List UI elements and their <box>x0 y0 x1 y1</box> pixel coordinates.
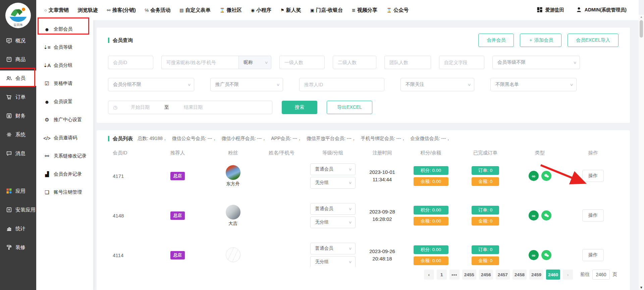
orders-cell: 订单: 0金额: 0 <box>459 245 512 265</box>
member-level-select[interactable]: 会员等级不限∨ <box>492 56 580 69</box>
folder-check-icon: ☑ <box>43 81 51 87</box>
search-button[interactable]: 搜索 <box>282 101 317 114</box>
orders-badge: 订单: 0 <box>472 245 499 254</box>
pagination: ‹ 1 ••• 2455 2456 2457 2458 2459 2460 › … <box>108 270 619 280</box>
nav-official-account[interactable]: ⌛公众号 <box>386 7 409 13</box>
excel-import-button[interactable]: 会员EXCEL导入 <box>568 34 619 47</box>
submenu-item-all-members[interactable]: ☻全部会员 <box>36 20 93 38</box>
action-button[interactable]: 操作 <box>582 209 604 222</box>
export-excel-button[interactable]: 导出EXCEL <box>327 101 372 114</box>
level-select[interactable]: 普通会员∨ <box>310 243 356 254</box>
page-ellipsis[interactable]: ••• <box>449 270 460 280</box>
action-button[interactable]: 操作 <box>582 249 604 261</box>
orders-badge: 订单: 0 <box>472 206 499 214</box>
group-select[interactable]: 无分组∨ <box>310 256 356 267</box>
page-button-2458[interactable]: 2458 <box>513 270 527 280</box>
nav-store-cashier[interactable]: ▣门店-收银台 <box>310 7 343 13</box>
user-icon: ☻ <box>43 99 51 105</box>
level-select[interactable]: 普通会员∨ <box>310 163 356 175</box>
workspace-switcher[interactable]: 爱游盐田 <box>536 6 564 14</box>
fan-cell <box>207 247 259 263</box>
nav-newcomer-award[interactable]: ⚑新人奖 <box>280 7 301 13</box>
sidebar-item-statistics[interactable]: 统计 <box>0 221 36 236</box>
logo-text: 盐田海 <box>14 23 23 27</box>
add-member-button[interactable]: ＋ 添加会员 <box>520 34 561 47</box>
clock-icon: ◷ <box>113 104 117 110</box>
submenu-item-merge-record[interactable]: ▟会员合并记录 <box>36 165 93 183</box>
group-select[interactable]: 无分组∨ <box>310 177 356 189</box>
custom-field-input[interactable] <box>439 56 484 69</box>
keyword-type-select[interactable]: 昵称∨ <box>238 56 271 69</box>
referrer-badge: 总店 <box>170 211 185 220</box>
member-id-input[interactable] <box>108 56 153 69</box>
nav-micro-community[interactable]: ⌛微社区 <box>220 7 242 13</box>
nav-article-marketing[interactable]: ○文章营销 <box>44 7 69 13</box>
level2-count-input[interactable] <box>333 56 376 69</box>
member-id: 4114 <box>108 252 148 258</box>
group-select[interactable]: 无分组∨ <box>310 216 356 228</box>
stat-app: APP会员: ---， <box>271 136 302 142</box>
page-button-2457[interactable]: 2457 <box>496 270 510 280</box>
submenu-item-promotion-settings[interactable]: ⚙推广中心设置 <box>36 111 93 129</box>
fan-name: 大吉 <box>228 221 237 227</box>
type-cell: ∞ <box>512 171 568 181</box>
file-copy-icon: ❏ <box>43 189 51 195</box>
page-button-2460-active[interactable]: 2460 <box>546 270 560 280</box>
nav-conference[interactable]: ℅会务活动 <box>145 7 171 13</box>
team-count-input[interactable] <box>384 56 431 69</box>
sidebar-item-decorate[interactable]: 装修 <box>0 240 36 255</box>
submenu-item-member-settings[interactable]: ☻会员设置 <box>36 93 93 111</box>
sidebar-item-orders[interactable]: 订单 <box>0 89 36 105</box>
scroll-down-icon[interactable]: ▼ <box>639 286 644 289</box>
orders-cell: 订单: 0金额: 0 <box>459 206 512 226</box>
submenu-item-account-cancellation[interactable]: ❏账号注销管理 <box>36 183 93 201</box>
keyword-input[interactable] <box>161 56 238 69</box>
blacklist-filter-select[interactable]: 不限黑名单∨ <box>490 78 577 91</box>
follow-filter-select[interactable]: 不限关注∨ <box>400 78 474 91</box>
level-select[interactable]: 普通会员∨ <box>310 203 356 215</box>
submenu-item-relation-chain-log[interactable]: ⚯关系链修改记录 <box>36 147 93 165</box>
sidebar-item-apps[interactable]: 应用 <box>0 183 36 199</box>
action-cell: 操作 <box>568 249 619 261</box>
next-page-button[interactable]: › <box>563 270 573 280</box>
sidebar-item-system[interactable]: 系统 <box>0 127 36 142</box>
nav-mini-program[interactable]: ◉小程序 <box>251 7 271 13</box>
sidebar-item-goods[interactable]: 商品 <box>0 52 36 67</box>
member-group-select[interactable]: 会员分组不限∨ <box>108 78 194 91</box>
submenu-item-invite-code[interactable]: </>会员邀请码 <box>36 129 93 147</box>
sidebar-item-messages[interactable]: 消息 <box>0 146 36 161</box>
page-button-2455[interactable]: 2455 <box>462 270 476 280</box>
action-button[interactable]: 操作 <box>582 170 604 182</box>
sidebar-item-finance[interactable]: 财务 <box>0 108 36 124</box>
scrollbar-thumb[interactable] <box>640 20 643 38</box>
scroll-up-icon[interactable]: ▲ <box>639 15 644 18</box>
vertical-scrollbar[interactable]: ▲ ▼ <box>639 15 644 290</box>
merge-members-button[interactable]: 合并会员 <box>478 34 514 47</box>
referrer-id-input[interactable] <box>299 78 384 91</box>
level-group-cell: 普通会员∨ 无分组∨ <box>304 243 361 267</box>
submenu-item-member-groups[interactable]: ⇣A会员分组 <box>36 56 93 75</box>
sidebar-item-install-apps[interactable]: 安装应用 <box>0 202 36 218</box>
nav-distribution[interactable]: ⚯推客(分销) <box>107 7 136 13</box>
goto-page-input[interactable] <box>592 270 610 280</box>
nav-custom-form[interactable]: ▤自定义表单 <box>179 7 210 13</box>
member-query-panel: 会员查询 合并会员 ＋ 添加会员 会员EXCEL导入 昵称∨ 会员等级不限∨ 会… <box>97 28 630 123</box>
promoter-select[interactable]: 推广员不限∨ <box>210 78 283 91</box>
date-range-picker[interactable]: ◷ 开始日期 至 结束日期 <box>108 101 272 114</box>
sidebar-item-members[interactable]: 会员 <box>0 70 36 86</box>
page-button-2459[interactable]: 2459 <box>529 270 543 280</box>
nav-video-share[interactable]: ≣视频分享 <box>352 7 377 13</box>
page-button-1[interactable]: 1 <box>437 270 447 280</box>
submenu-item-member-levels[interactable]: ⇣≡会员等级 <box>36 38 93 56</box>
icon-sidebar: 盐田海 概况 商品 会员 订单 财务 系统 消息 应用 安装应用 统计 <box>0 0 36 290</box>
prev-page-button[interactable]: ‹ <box>424 270 434 280</box>
nav-browse-track[interactable]: 浏览轨迹 <box>78 7 98 13</box>
user-menu[interactable]: ADMIN(系统管理员) <box>576 6 627 14</box>
paint-roller-icon <box>5 244 13 251</box>
page-button-2456[interactable]: 2456 <box>479 270 493 280</box>
share-icon: ⚯ <box>107 8 111 13</box>
level1-count-input[interactable] <box>279 56 325 69</box>
submenu-item-qualification[interactable]: ☑资格申请 <box>36 75 93 93</box>
stat-mini-program: 微信小程序会员: ---， <box>221 136 266 142</box>
sidebar-item-overview[interactable]: 概况 <box>0 33 36 48</box>
